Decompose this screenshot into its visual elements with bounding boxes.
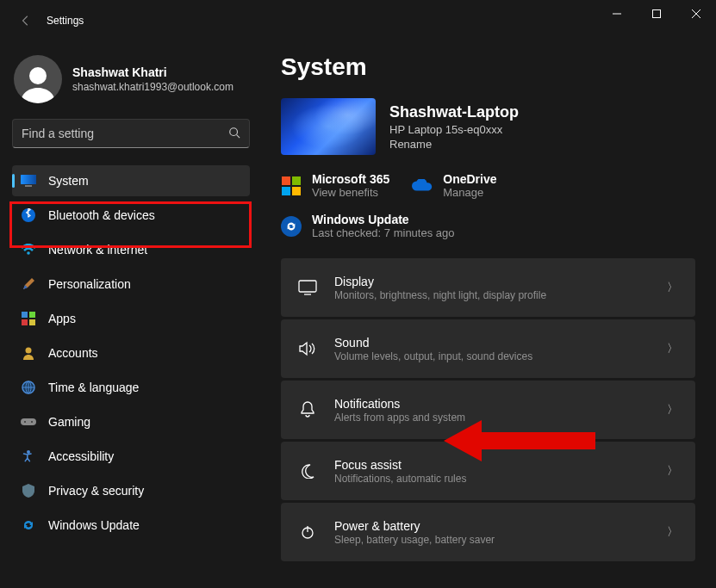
gamepad-icon <box>21 414 36 430</box>
sidebar-item-gaming[interactable]: Gaming <box>12 406 250 437</box>
back-button[interactable] <box>10 5 41 36</box>
settings-list: Display Monitors, brightness, night ligh… <box>281 258 695 561</box>
nav-list: System Bluetooth & devices Network & int… <box>12 165 250 541</box>
setting-power-battery[interactable]: Power & battery Sleep, battery usage, ba… <box>281 503 695 561</box>
link-onedrive[interactable]: OneDrive Manage <box>412 172 496 199</box>
svg-point-22 <box>27 450 30 454</box>
device-wallpaper <box>281 98 376 155</box>
sidebar-item-privacy[interactable]: Privacy & security <box>12 475 250 506</box>
link-title: Microsoft 365 <box>312 172 389 186</box>
device-rename-link[interactable]: Rename <box>389 138 519 151</box>
svg-rect-26 <box>292 187 301 195</box>
device-row: Shashwat-Laptop HP Laptop 15s-eq0xxx Ren… <box>281 98 695 155</box>
maximize-button[interactable] <box>637 0 676 28</box>
svg-rect-12 <box>22 312 28 318</box>
svg-rect-15 <box>29 319 35 325</box>
avatar <box>14 55 62 103</box>
svg-rect-8 <box>21 175 36 184</box>
svg-rect-19 <box>21 418 36 425</box>
setting-title: Focus assist <box>334 458 650 472</box>
sidebar: Shashwat Khatri shashwat.khatri1993@outl… <box>0 41 258 588</box>
sidebar-item-label: Time & language <box>48 381 139 394</box>
sidebar-item-accounts[interactable]: Accounts <box>12 337 250 368</box>
chevron-right-icon: 〉 <box>667 402 678 418</box>
svg-point-21 <box>31 421 33 423</box>
svg-rect-27 <box>299 281 316 292</box>
page-title: System <box>281 53 695 81</box>
sidebar-item-label: Network & internet <box>48 243 147 257</box>
svg-point-20 <box>24 421 26 423</box>
sidebar-item-label: Bluetooth & devices <box>48 208 155 222</box>
accessibility-icon <box>21 449 36 464</box>
profile-name: Shashwat Khatri <box>72 65 233 79</box>
svg-point-16 <box>26 348 32 354</box>
wifi-icon <box>21 242 36 257</box>
svg-point-11 <box>27 251 30 255</box>
search-input[interactable]: Find a setting <box>12 119 250 148</box>
shield-icon <box>21 483 36 498</box>
bell-icon <box>298 400 317 419</box>
sidebar-item-time-language[interactable]: Time & language <box>12 372 250 403</box>
svg-rect-1 <box>653 10 661 18</box>
sidebar-item-windows-update[interactable]: Windows Update <box>12 510 250 541</box>
moon-icon <box>298 461 317 480</box>
link-sub: Manage <box>443 186 496 199</box>
setting-sub: Monitors, brightness, night light, displ… <box>334 289 650 301</box>
profile-block[interactable]: Shashwat Khatri shashwat.khatri1993@outl… <box>12 50 250 115</box>
sidebar-item-label: Privacy & security <box>48 484 144 498</box>
svg-rect-25 <box>282 187 290 195</box>
search-icon <box>228 127 240 141</box>
update-sub: Last checked: 7 minutes ago <box>312 226 455 239</box>
app-title: Settings <box>47 15 84 27</box>
windows-update-link[interactable]: Windows Update Last checked: 7 minutes a… <box>281 213 695 239</box>
sidebar-item-personalization[interactable]: Personalization <box>12 269 250 300</box>
bluetooth-icon <box>21 207 36 223</box>
setting-title: Sound <box>334 336 650 350</box>
svg-point-4 <box>29 67 47 84</box>
setting-sub: Volume levels, output, input, sound devi… <box>334 350 650 362</box>
link-title: OneDrive <box>443 172 496 186</box>
setting-display[interactable]: Display Monitors, brightness, night ligh… <box>281 258 695 317</box>
sidebar-item-bluetooth[interactable]: Bluetooth & devices <box>12 200 250 231</box>
ms365-icon <box>281 176 302 196</box>
link-sub: View benefits <box>312 186 389 199</box>
sidebar-item-network[interactable]: Network & internet <box>12 234 250 265</box>
svg-rect-13 <box>29 312 35 318</box>
chevron-right-icon: 〉 <box>667 341 678 356</box>
person-icon <box>21 345 36 361</box>
close-button[interactable] <box>676 0 716 28</box>
device-model: HP Laptop 15s-eq0xxx <box>389 123 519 136</box>
sound-icon <box>298 339 317 358</box>
setting-sub: Notifications, automatic rules <box>334 473 650 485</box>
sidebar-item-label: Accounts <box>48 346 98 360</box>
svg-rect-24 <box>292 176 301 185</box>
svg-point-5 <box>230 127 238 135</box>
setting-sound[interactable]: Sound Volume levels, output, input, soun… <box>281 319 695 378</box>
device-name: Shashwat-Laptop <box>389 103 519 121</box>
onedrive-icon <box>412 176 433 196</box>
setting-focus-assist[interactable]: Focus assist Notifications, automatic ru… <box>281 442 695 500</box>
setting-sub: Sleep, battery usage, battery saver <box>334 534 650 546</box>
brush-icon <box>21 276 36 292</box>
sidebar-item-apps[interactable]: Apps <box>12 303 250 334</box>
setting-notifications[interactable]: Notifications Alerts from apps and syste… <box>281 381 695 439</box>
sidebar-item-label: Apps <box>48 312 76 325</box>
titlebar: Settings <box>0 0 716 41</box>
sidebar-item-accessibility[interactable]: Accessibility <box>12 441 250 472</box>
search-placeholder: Find a setting <box>22 127 228 140</box>
svg-rect-14 <box>22 319 28 325</box>
update-title: Windows Update <box>312 213 455 226</box>
link-ms365[interactable]: Microsoft 365 View benefits <box>281 172 389 199</box>
main-panel: System Shashwat-Laptop HP Laptop 15s-eq0… <box>258 41 716 588</box>
chevron-right-icon: 〉 <box>667 524 678 540</box>
power-icon <box>298 523 317 542</box>
sidebar-item-label: Accessibility <box>48 449 114 463</box>
sync-icon <box>21 517 36 533</box>
globe-clock-icon <box>21 380 36 395</box>
sidebar-item-label: System <box>48 174 89 188</box>
sidebar-item-system[interactable]: System <box>12 165 250 196</box>
apps-icon <box>21 311 36 326</box>
minimize-button[interactable] <box>597 0 637 28</box>
setting-title: Notifications <box>334 397 650 411</box>
profile-email: shashwat.khatri1993@outlook.com <box>72 81 233 93</box>
